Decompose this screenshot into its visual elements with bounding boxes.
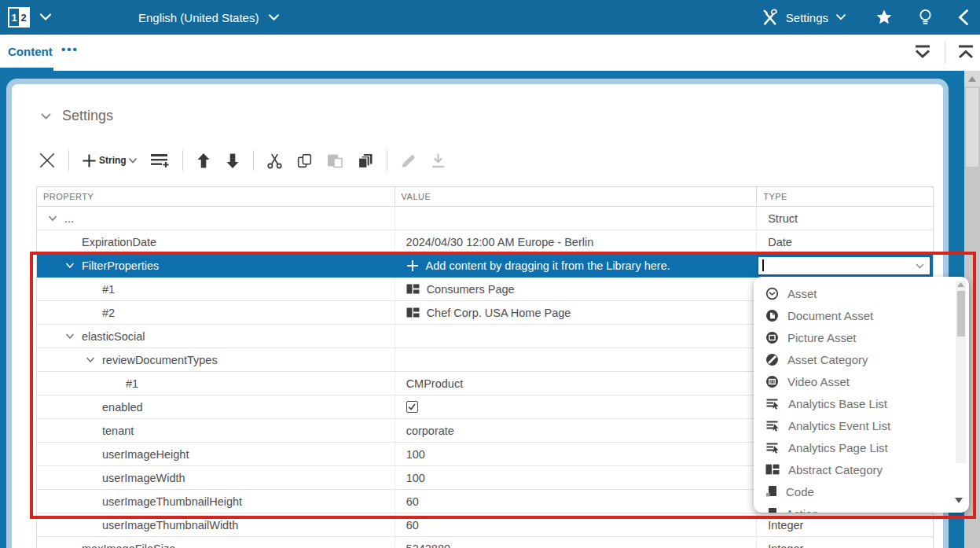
property-cell: maxImageFileSize	[37, 537, 395, 548]
paste-multiple-icon[interactable]	[356, 152, 375, 170]
property-name: userImageWidth	[102, 472, 185, 484]
dropdown-item[interactable]: Picture Asset	[754, 326, 969, 348]
toolbar-divider	[68, 150, 69, 171]
edit-icon[interactable]	[399, 152, 417, 170]
dropdown-item[interactable]: Asset Category	[754, 348, 969, 370]
dropdown-item[interactable]: Analytics Event List	[754, 414, 969, 436]
type-cell: Date	[757, 230, 933, 253]
dropdown-items: AssetDocument AssetPicture AssetAsset Ca…	[754, 282, 969, 513]
video-asset-icon	[765, 375, 779, 388]
scroll-up-icon[interactable]	[957, 282, 964, 287]
tab-overflow-icon[interactable]: •••	[61, 42, 79, 56]
column-header-property[interactable]: PROPERTY	[37, 187, 395, 206]
cut-icon[interactable]	[266, 152, 284, 170]
star-icon[interactable]	[875, 9, 894, 27]
property-name: enabled	[102, 401, 143, 414]
dropdown-item[interactable]: Video Asset	[754, 370, 969, 392]
property-cell: userImageHeight	[37, 443, 395, 465]
scroll-down-icon[interactable]	[955, 498, 963, 503]
content-link[interactable]: Chef Corp. USA Home Page	[427, 307, 571, 319]
value-cell: 100	[395, 443, 758, 465]
add-multiple-icon[interactable]	[149, 152, 171, 169]
analytics-list-icon	[765, 419, 780, 432]
chevron-down-icon	[268, 13, 280, 22]
logo-digit-left: 1	[9, 9, 19, 26]
dropdown-item[interactable]: Document Asset	[754, 304, 969, 326]
property-type: Integer	[768, 542, 803, 548]
dropdown-item[interactable]: Action	[754, 502, 969, 513]
dropdown-item[interactable]: Analytics Base List	[754, 392, 969, 414]
column-header-value[interactable]: VALUE	[395, 187, 758, 206]
dropdown-item-label: Abstract Category	[788, 463, 883, 476]
dropdown-item-label: Analytics Event List	[788, 419, 890, 432]
combo-chevron-icon[interactable]	[916, 263, 924, 269]
tab-content[interactable]: Content	[8, 45, 53, 58]
chevron-down-icon[interactable]	[86, 357, 95, 363]
property-value: 5242880	[406, 542, 450, 548]
text-cursor	[762, 259, 764, 271]
property-name: FilterProperties	[82, 259, 159, 272]
chevron-down-white-icon[interactable]	[65, 263, 75, 269]
type-combobox[interactable]	[757, 256, 931, 276]
language-selector[interactable]: English (United States)	[138, 11, 280, 24]
dropdown-item-label: Code	[786, 485, 814, 498]
move-down-icon[interactable]	[224, 152, 241, 170]
dropdown-item[interactable]: Code	[754, 480, 969, 502]
move-up-icon[interactable]	[195, 152, 212, 170]
property-name: maxImageFileSize	[82, 542, 175, 548]
table-row[interactable]: ...Struct	[37, 207, 933, 230]
property-name: #1	[126, 377, 138, 390]
property-cell: elasticSocial	[37, 325, 395, 348]
chevron-down-icon	[128, 157, 138, 164]
top-bar: 1 2 English (United States) Settings	[0, 0, 980, 35]
toolbar-divider	[182, 150, 183, 171]
content-item-icon	[406, 284, 420, 294]
property-name: ...	[64, 212, 74, 225]
table-row[interactable]: ExpirationDate2024/04/30 12:00 AM Europe…	[37, 230, 933, 254]
active-tab-indicator	[0, 68, 53, 71]
app-logo[interactable]: 1 2	[8, 7, 30, 28]
scrollbar-thumb[interactable]	[966, 88, 978, 167]
abstract-category-icon	[765, 464, 780, 475]
add-property-button[interactable]: String	[81, 153, 138, 169]
table-row[interactable]: FilterPropertiesAdd content by dragging …	[37, 254, 933, 278]
app-menu-chevron-icon[interactable]	[39, 13, 52, 22]
remove-icon[interactable]	[38, 151, 57, 170]
table-row[interactable]: maxImageFileSize5242880Integer	[37, 537, 933, 548]
property-value: corporate	[406, 425, 454, 437]
enabled-checkbox[interactable]	[406, 401, 418, 413]
dropdown-item[interactable]: Asset	[754, 282, 969, 304]
table-row[interactable]: userImageThumbnailWidth60Integer	[37, 513, 933, 537]
settings-menu[interactable]: Settings	[761, 9, 846, 27]
section-collapse-chevron-icon[interactable]	[40, 112, 52, 120]
chevron-down-icon[interactable]	[48, 215, 57, 222]
settings-menu-label: Settings	[786, 11, 828, 24]
collapse-panel-icon[interactable]	[957, 9, 969, 26]
grid-header-row: PROPERTY VALUE TYPE	[36, 186, 934, 207]
dropdown-item[interactable]: Abstract Category	[754, 458, 969, 480]
document-asset-icon	[765, 309, 779, 322]
action-icon	[765, 507, 777, 513]
section-header: Settings	[40, 108, 113, 124]
chevron-down-icon	[835, 13, 846, 21]
scroll-up-icon[interactable]	[964, 71, 980, 86]
value-cell: 5242880	[395, 537, 758, 548]
tab-bar: Content •••	[0, 35, 980, 71]
paste-icon[interactable]	[325, 152, 344, 170]
property-type: Integer	[768, 519, 803, 531]
column-header-type[interactable]: TYPE	[757, 187, 933, 206]
collapse-down-icon[interactable]	[912, 43, 933, 61]
property-name: userImageThumbnailHeight	[102, 495, 242, 508]
scrollbar-thumb[interactable]	[957, 291, 965, 337]
property-name: elasticSocial	[82, 330, 145, 343]
content-link[interactable]: Consumers Page	[427, 283, 515, 296]
add-content-hint: Add content by dragging it from the Libr…	[426, 259, 670, 272]
chevron-down-icon[interactable]	[65, 333, 75, 340]
lightbulb-icon[interactable]	[917, 8, 934, 27]
property-cell: ...	[37, 207, 395, 230]
copy-icon[interactable]	[295, 152, 314, 170]
collapse-up-icon[interactable]	[956, 43, 976, 61]
dropdown-item[interactable]: Analytics Page List	[754, 436, 969, 458]
dropdown-scrollbar[interactable]	[956, 281, 966, 463]
download-icon[interactable]	[429, 152, 447, 170]
